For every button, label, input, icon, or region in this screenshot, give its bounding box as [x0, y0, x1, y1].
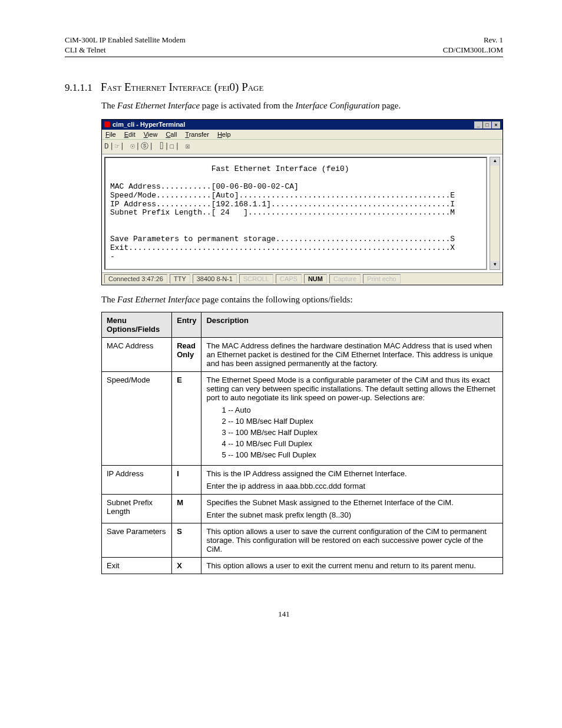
section-number: 9.1.1.1	[65, 82, 92, 93]
option-desc: This is the IP Address assigned the CiM …	[201, 466, 503, 495]
option-entry: M	[172, 495, 201, 523]
table-row: Speed/ModeEThe Ethernet Speed Mode is a …	[102, 372, 503, 466]
post-intro-paragraph: The Fast Ethernet Interface page contain…	[101, 295, 503, 305]
status-capture: Capture	[329, 274, 361, 284]
option-name: Exit	[102, 558, 172, 574]
scroll-up-icon[interactable]: ▴	[490, 157, 500, 166]
col-header-entry: Entry	[172, 312, 201, 338]
status-echo: Print echo	[363, 274, 401, 284]
status-num: NUM	[304, 274, 327, 284]
selection-item: 5 -- 100 MB/sec Full Duplex	[222, 450, 498, 459]
status-bar: Connected 3:47:26 TTY 38400 8-N-1 SCROLL…	[102, 272, 503, 285]
scrollbar[interactable]: ▴ ▾	[490, 157, 500, 270]
selection-item: 3 -- 100 MB/sec Half Duplex	[222, 428, 498, 437]
section-heading: 9.1.1.1 Fast Ethernet Interface (fei0) P…	[65, 81, 503, 94]
header-rev: Rev. 1	[443, 35, 503, 45]
intro-paragraph: The Fast Ethernet Interface page is acti…	[101, 101, 503, 111]
section-title: Fast Ethernet Interface (fei0) Page	[101, 81, 263, 93]
selection-item: 2 -- 10 MB/sec Half Duplex	[222, 417, 498, 426]
selection-item: 1 -- Auto	[222, 406, 498, 414]
table-row: Save ParametersSThis option allows a use…	[102, 523, 503, 558]
status-scroll: SCROLL	[239, 274, 273, 284]
menu-item[interactable]: Call	[166, 131, 177, 138]
header-section: CLI & Telnet	[65, 45, 186, 55]
menu-item[interactable]: Help	[217, 131, 231, 138]
header-left: CiM-300L IP Enabled Satellite Modem CLI …	[65, 35, 186, 55]
option-desc: The MAC Address defines the hardware des…	[201, 338, 503, 372]
status-baud: 38400 8-N-1	[193, 274, 237, 284]
option-desc: This option allows a user to exit the cu…	[201, 558, 503, 574]
status-tty: TTY	[170, 274, 190, 284]
app-icon	[104, 121, 110, 127]
status-caps: CAPS	[276, 274, 302, 284]
menu-item[interactable]: File	[105, 131, 116, 138]
menu-item[interactable]: View	[144, 131, 158, 138]
option-desc: Specifies the Subnet Mask assigned to th…	[201, 495, 503, 523]
header-right: Rev. 1 CD/CIM300L.IOM	[443, 35, 503, 55]
option-name: IP Address	[102, 466, 172, 495]
window-controls: _□×	[474, 121, 500, 129]
option-entry: ReadOnly	[172, 338, 201, 372]
table-row: IP AddressIThis is the IP Address assign…	[102, 466, 503, 495]
table-row: Subnet Prefix LengthMSpecifies the Subne…	[102, 495, 503, 523]
table-row: ExitXThis option allows a user to exit t…	[102, 558, 503, 574]
table-row: MAC AddressReadOnlyThe MAC Address defin…	[102, 338, 503, 372]
option-entry: X	[172, 558, 201, 574]
option-desc: The Ethernet Speed Mode is a configurabl…	[201, 372, 503, 466]
option-name: MAC Address	[102, 338, 172, 372]
option-name: Speed/Mode	[102, 372, 172, 466]
page-header: CiM-300L IP Enabled Satellite Modem CLI …	[65, 35, 503, 57]
option-entry: I	[172, 466, 201, 495]
option-desc: This option allows a user to save the cu…	[201, 523, 503, 558]
options-table: Menu Options/Fields Entry Description MA…	[101, 312, 503, 574]
option-entry: S	[172, 523, 201, 558]
window-title: cim_cli - HyperTerminal	[113, 121, 185, 128]
col-header-desc: Description	[201, 312, 503, 338]
toolbar: D|☞| ☉|ⓢ| ⌷|☐| ☒	[102, 140, 503, 154]
scroll-down-icon[interactable]: ▾	[490, 261, 500, 269]
page-number: 141	[65, 610, 503, 619]
selection-item: 4 -- 10 MB/sec Full Duplex	[222, 439, 498, 448]
col-header-option: Menu Options/Fields	[102, 312, 172, 338]
maximize-button[interactable]: □	[483, 121, 491, 129]
window-titlebar: cim_cli - HyperTerminal _□×	[102, 120, 503, 130]
minimize-button[interactable]: _	[474, 121, 482, 129]
hyperterminal-window: cim_cli - HyperTerminal _□× FileEditView…	[101, 119, 503, 285]
option-name: Subnet Prefix Length	[102, 495, 172, 523]
terminal-output[interactable]: Fast Ethernet Interface (fei0) MAC Addre…	[104, 157, 487, 270]
table-header-row: Menu Options/Fields Entry Description	[102, 312, 503, 338]
header-product: CiM-300L IP Enabled Satellite Modem	[65, 35, 186, 45]
status-connected: Connected 3:47:26	[104, 274, 167, 284]
header-doc: CD/CIM300L.IOM	[443, 45, 503, 55]
menu-item[interactable]: Transfer	[185, 131, 209, 138]
option-entry: E	[172, 372, 201, 466]
menu-item[interactable]: Edit	[124, 131, 135, 138]
option-name: Save Parameters	[102, 523, 172, 558]
menu-bar: FileEditViewCallTransferHelp	[102, 130, 503, 140]
close-button[interactable]: ×	[492, 121, 500, 129]
